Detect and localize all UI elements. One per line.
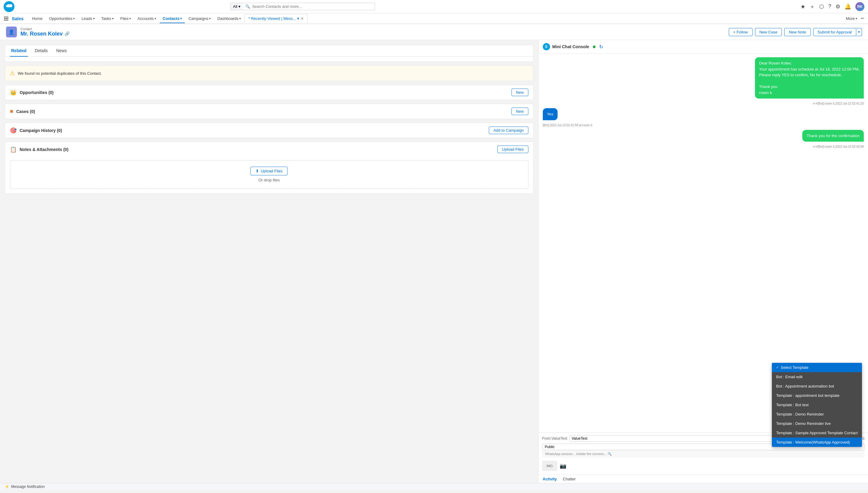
cases-icon: ■ (10, 108, 13, 114)
record-name: Mr. Rosen Kolev 🔗 (21, 31, 70, 37)
upload-drop-zone[interactable]: ⬆ Upload Files Or drop files (10, 160, 528, 189)
template-item-select[interactable]: ✓ Select Template (772, 363, 862, 372)
notes-icon: 📋 (10, 146, 17, 153)
tab-news[interactable]: News (55, 45, 68, 57)
thumbnail-preview: IMG (542, 461, 557, 471)
message-1-meta: ✔✔[Bot]:rosen k,2022-Jul-13 02:41:20 (813, 102, 864, 105)
template-item-welcome-whatsapp[interactable]: Template : Welcome(WhatsApp Approved) (772, 437, 862, 447)
activity-tab-chatter[interactable]: Chatter (563, 477, 576, 481)
new-note-button[interactable]: New Note (784, 28, 810, 36)
message-3: Thank you for the confirmation ✔✔[Bot]:r… (543, 130, 864, 149)
campaign-history-card: 🎯 Campaign History (0) Add to Campaign (5, 123, 534, 138)
chat-header: S Mini Chat Console ↻ (539, 40, 868, 53)
edit-nav-icon[interactable]: ✏ (861, 16, 864, 21)
app-name: Sales (12, 16, 23, 21)
nav-files[interactable]: Files▾ (117, 15, 134, 23)
submit-approval-button[interactable]: Submit for Approval (813, 28, 856, 36)
pinned-tab-recently-viewed[interactable]: * Recently Viewed | Mess... ▾ ✕ (244, 14, 308, 23)
duplicate-notice-text: We found no potential duplicates of this… (18, 71, 102, 76)
nav-opportunities[interactable]: Opportunities▾ (46, 15, 78, 23)
tabs-card: Related Details News (5, 45, 534, 62)
online-status-dot (593, 45, 595, 48)
refresh-icon[interactable]: ↻ (599, 44, 603, 50)
cases-card: ■ Cases (0) New (5, 104, 534, 119)
nav-contacts[interactable]: Contacts▾ (160, 15, 185, 23)
top-bar: All ▾ 🔍 ★ ＋ ⬡ ? ⚙ 🔔 RK (0, 0, 868, 13)
record-header: 👤 Contact Mr. Rosen Kolev 🔗 + Follow New… (0, 24, 868, 40)
help-icon[interactable]: ? (828, 3, 831, 9)
opportunities-new-button[interactable]: New (512, 89, 528, 96)
search-icon: 🔍 (245, 4, 250, 9)
record-name-link-icon[interactable]: 🔗 (65, 31, 70, 36)
search-scope-selector[interactable]: All ▾ (230, 3, 243, 10)
message-2-bubble: Yes (543, 108, 558, 120)
right-panel: S Mini Chat Console ↻ Dear Rosen Kolev, … (538, 40, 868, 483)
nav-leads[interactable]: Leads▾ (78, 15, 97, 23)
tab-related[interactable]: Related (10, 45, 28, 57)
nav-tasks[interactable]: Tasks▾ (98, 15, 117, 23)
lightning-icon: ⚡ (5, 485, 9, 489)
record-actions: + Follow New Case New Note Submit for Ap… (729, 28, 862, 36)
apps-icon[interactable]: ⬡ (819, 3, 824, 10)
template-item-appointment-template[interactable]: Template : appointment bot template (772, 391, 862, 400)
template-dropdown[interactable]: ✓ Select Template Bot : Email edit Bot :… (772, 363, 862, 447)
add-icon[interactable]: ＋ (809, 3, 815, 10)
activity-bar: Activity Chatter (539, 475, 868, 483)
template-item-demo-reminder-live[interactable]: Template : Demo Reminder live (772, 419, 862, 428)
record-type-label: Contact (21, 27, 70, 31)
opportunities-icon: 👑 (10, 89, 17, 96)
template-item-demo-reminder[interactable]: Template : Demo Reminder (772, 409, 862, 419)
nav-dashboards[interactable]: Dashboards▾ (214, 15, 244, 23)
main-layout: Related Details News ⚠ We found no poten… (0, 40, 868, 483)
message-1: Dear Rosen Kolev, Your appointment has s… (543, 57, 864, 105)
duplicate-warning-icon: ⚠ (10, 70, 15, 77)
activity-tab-activity[interactable]: Activity (543, 477, 557, 481)
campaign-history-icon: 🎯 (10, 127, 17, 134)
template-item-sample-approved[interactable]: Template : Sample Approved Template Cont… (772, 428, 862, 437)
nav-bar: ⊞ Sales Home Opportunities▾ Leads▾ Tasks… (0, 13, 868, 24)
app-launcher-icon[interactable]: ⊞ (4, 15, 9, 22)
tab-details[interactable]: Details (34, 45, 49, 57)
nav-home[interactable]: Home (29, 15, 45, 23)
contact-record-icon: 👤 (6, 26, 17, 37)
duplicate-notice: ⚠ We found no potential duplicates of th… (5, 65, 534, 81)
new-case-button[interactable]: New Case (755, 28, 782, 36)
upload-files-header-button[interactable]: Upload Files (497, 146, 528, 153)
drop-text: Or drop files (16, 178, 522, 182)
notifications-icon[interactable]: 🔔 (845, 3, 851, 10)
opportunities-title: Opportunities (0) (20, 90, 53, 95)
submit-approval-dropdown[interactable]: ▾ (856, 28, 862, 36)
search-input[interactable] (252, 4, 372, 9)
upload-files-button[interactable]: ⬆ Upload Files (251, 167, 287, 175)
top-bar-icons: ★ ＋ ⬡ ? ⚙ 🔔 RK (801, 2, 864, 11)
cases-title: Cases (0) (16, 109, 35, 114)
cases-new-button[interactable]: New (512, 108, 528, 115)
nav-more[interactable]: More▾ (843, 15, 860, 23)
status-bar: ⚡ Message Notification (0, 483, 868, 490)
template-item-appointment-bot[interactable]: Bot : Appointment automation bot (772, 382, 862, 391)
camera-icon[interactable]: 📷 (560, 463, 566, 469)
add-to-campaign-button[interactable]: Add to Campaign (489, 127, 528, 134)
template-item-bot-test[interactable]: Template : Bot test (772, 400, 862, 409)
opportunities-card: 👑 Opportunities (0) New (5, 85, 534, 100)
follow-button[interactable]: + Follow (729, 28, 753, 36)
template-item-email-edit[interactable]: Bot : Email edit (772, 372, 862, 382)
message-1-bubble: Dear Rosen Kolev, Your appointment has s… (755, 57, 864, 99)
campaign-history-title: Campaign History (0) (20, 128, 62, 133)
settings-icon[interactable]: ⚙ (836, 3, 840, 10)
message-3-meta: ✔✔[Bot]:rosen k,2022-Jul-13 02:42:08 (813, 145, 864, 148)
nav-campaigns[interactable]: Campaigns▾ (186, 15, 214, 23)
nav-accounts[interactable]: Accounts▾ (134, 15, 159, 23)
favorites-icon[interactable]: ★ (801, 3, 805, 10)
check-icon: ✓ (776, 366, 779, 369)
message-2-meta: [Bot]:2022-Jul-13 02:41:58 at:rosen k (543, 124, 592, 127)
message-2: Yes [Bot]:2022-Jul-13 02:41:58 at:rosen … (543, 108, 864, 127)
session-message: WhatsApp session... initiate the convers… (542, 450, 864, 458)
search-bar: All ▾ 🔍 (230, 3, 375, 10)
user-avatar[interactable]: RK (855, 2, 864, 11)
mini-chat-logo: S (543, 43, 550, 50)
chat-title: Mini Chat Console (552, 44, 589, 49)
tab-bar: * Recently Viewed | Mess... ▾ ✕ (244, 14, 842, 23)
related-tabs-nav: Related Details News (5, 45, 533, 57)
salesforce-logo[interactable] (4, 1, 15, 12)
